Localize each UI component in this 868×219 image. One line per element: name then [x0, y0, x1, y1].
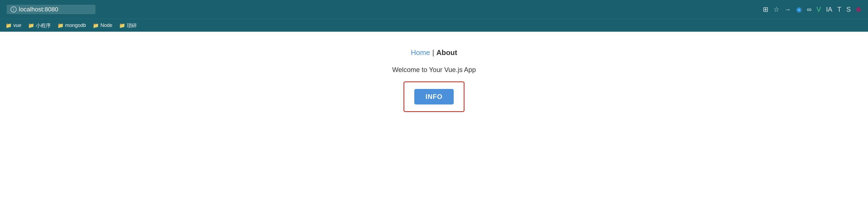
about-link[interactable]: About	[436, 48, 457, 57]
bookmark-node[interactable]: 📁 Node	[89, 21, 116, 30]
star-icon[interactable]: ☆	[773, 5, 779, 13]
extension6-icon[interactable]: S	[846, 5, 851, 13]
home-link[interactable]: Home	[411, 48, 430, 57]
navigation: Home | About	[411, 48, 457, 57]
bookmark-mongodb[interactable]: 📁 mongodb	[54, 21, 89, 30]
info-icon: i	[10, 6, 17, 12]
folder-icon: 📁	[93, 23, 99, 29]
nav-separator: |	[432, 48, 434, 57]
bookmark-miniprogram[interactable]: 📁 小程序	[25, 21, 54, 30]
bookmark-vue-label: vue	[13, 23, 21, 28]
browser-toolbar: ⊞ ☆ → ◉ ∞ V IA T S ⊗	[763, 5, 862, 13]
welcome-text: Welcome to Your Vue.js App	[392, 66, 476, 74]
bookmarks-bar: 📁 vue 📁 小程序 📁 mongodb 📁 Node 📁 琐碎	[0, 19, 868, 32]
folder-icon: 📁	[5, 23, 12, 29]
extension1-icon[interactable]: ◉	[796, 5, 802, 13]
folder-icon: 📁	[119, 23, 125, 29]
page-content: Home | About Welcome to Your Vue.js App …	[0, 32, 868, 219]
extension4-icon[interactable]: IA	[826, 5, 833, 13]
bookmark-mongodb-label: mongodb	[65, 23, 86, 28]
bookmark-node-label: Node	[100, 23, 113, 28]
info-button[interactable]: INFO	[414, 89, 454, 105]
bookmark-vue[interactable]: 📁 vue	[2, 21, 25, 30]
bookmark-miniprogram-label: 小程序	[36, 22, 51, 29]
folder-icon: 📁	[28, 23, 34, 29]
address-text: localhost:8080	[19, 6, 58, 13]
translate-icon[interactable]: ⊞	[763, 5, 768, 13]
bookmark-misc-label: 琐碎	[127, 22, 137, 29]
extension5-icon[interactable]: T	[837, 5, 841, 13]
browser-chrome: i localhost:8080 ⊞ ☆ → ◉ ∞ V IA T S ⊗	[0, 0, 868, 19]
bookmark-misc[interactable]: 📁 琐碎	[116, 21, 140, 30]
extension2-icon[interactable]: ∞	[807, 5, 812, 13]
arrow-icon[interactable]: →	[784, 5, 791, 13]
info-container: INFO	[403, 81, 464, 112]
folder-icon: 📁	[57, 23, 64, 29]
extension3-icon[interactable]: V	[817, 5, 821, 13]
extension7-icon[interactable]: ⊗	[856, 5, 861, 13]
address-bar[interactable]: i localhost:8080	[7, 5, 95, 14]
